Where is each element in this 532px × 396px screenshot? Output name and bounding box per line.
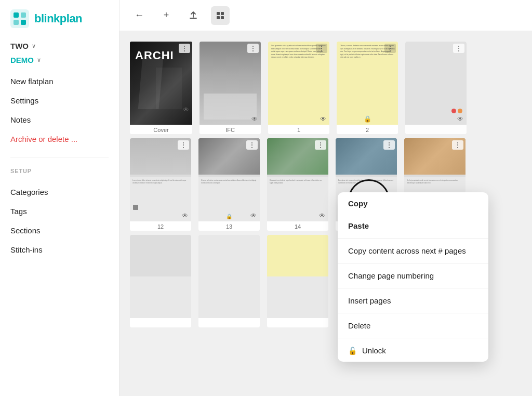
page13-label: 13 (198, 221, 260, 231)
page18-label (198, 318, 260, 327)
sidebar-item-archive[interactable]: Archive or delete ... (0, 129, 119, 149)
sidebar-item-stitch-ins[interactable]: Stitch-ins (0, 240, 119, 259)
context-menu-delete[interactable]: Delete (338, 314, 488, 337)
sidebar-item-settings[interactable]: Settings (0, 91, 119, 110)
page-ifc[interactable]: ⋮ 👁 IFC (200, 42, 261, 134)
workspace-chevron-icon: ∨ (32, 43, 36, 49)
svg-rect-2 (21, 12, 26, 18)
page1-label: 1 (268, 125, 329, 134)
context-menu-copy-across[interactable]: Copy content across next # pages (338, 240, 488, 262)
page1-options-button[interactable]: ⋮ (316, 44, 327, 53)
share-button[interactable] (184, 6, 203, 25)
svg-rect-0 (10, 9, 29, 28)
page12-label: 12 (130, 221, 191, 231)
context-menu-insert-pages[interactable]: Insert pages (338, 289, 488, 312)
context-menu-copy[interactable]: Copy (338, 192, 488, 215)
add-button[interactable]: + (157, 6, 176, 25)
project-selector[interactable]: DEMO ∨ (0, 52, 119, 67)
unlock-icon: 🔓 (348, 347, 357, 355)
page-13[interactable]: Ut enim ad minim veniam quis nostrud exe… (198, 138, 260, 231)
page-17[interactable] (130, 235, 191, 327)
page16-options-button[interactable]: ⋮ (452, 140, 463, 150)
page-1[interactable]: Sed quametu sciss quatis est volorer end… (268, 42, 329, 134)
page-blank1[interactable]: ⋮ 👁 (405, 42, 467, 134)
logo-area: blinkplan (0, 0, 119, 37)
page-cover[interactable]: ARCHI ⋮ 👁 Cover (130, 42, 192, 134)
page12-options-button[interactable]: ⋮ (178, 140, 189, 150)
page-18[interactable] (198, 235, 260, 327)
page14-label: 14 (267, 221, 328, 231)
menu-divider-5 (338, 338, 488, 338)
page14-options-button[interactable]: ⋮ (315, 140, 326, 150)
cover-label: Cover (130, 125, 192, 134)
page2-lock-icon: 🔒 (364, 115, 371, 123)
page13-options-button[interactable]: ⋮ (246, 140, 258, 150)
pages-row-1: ARCHI ⋮ 👁 Cover ⋮ 👁 IFC (130, 42, 522, 134)
workspace-selector[interactable]: TWO ∨ (0, 37, 119, 52)
menu-divider-4 (338, 313, 488, 313)
page13-lock-icon: 🔒 (226, 214, 232, 219)
page17-label (130, 318, 191, 327)
page-14[interactable]: Duis aute irure dolor in reprehenderit i… (267, 138, 328, 231)
menu-divider-2 (338, 263, 488, 263)
ifc-label: IFC (200, 125, 261, 134)
sidebar-item-new-flatplan[interactable]: New flatplan (0, 72, 119, 91)
ifc-options-button[interactable]: ⋮ (247, 44, 259, 53)
pages-area: ARCHI ⋮ 👁 Cover ⋮ 👁 IFC (119, 31, 532, 396)
grid-button[interactable] (211, 6, 230, 25)
sidebar-item-sections[interactable]: Sections (0, 221, 119, 240)
page1-eye-icon: 👁 (320, 115, 326, 123)
grid-icon (216, 11, 225, 20)
svg-rect-3 (14, 20, 19, 25)
main-content: ← + (119, 0, 532, 396)
logo-icon (10, 9, 29, 28)
page12-dot (133, 205, 138, 210)
red-dot-1 (451, 109, 456, 113)
context-menu-paste[interactable]: Paste (338, 215, 488, 237)
context-menu: Copy Paste Copy content across next # pa… (338, 192, 488, 362)
menu-divider-1 (338, 238, 488, 239)
page2-label: 2 (337, 125, 398, 134)
top-bar: ← + (119, 0, 532, 31)
page12-eye-icon: 👁 (182, 212, 188, 219)
nav-menu: New flatplan Settings Notes Archive or d… (0, 67, 119, 154)
ifc-eye-icon: 👁 (251, 115, 258, 123)
red-dots (451, 109, 462, 113)
context-menu-unlock[interactable]: 🔓 Unlock (338, 339, 488, 362)
orange-dot-1 (458, 109, 462, 113)
cover-eye-icon: 👁 (183, 106, 189, 113)
project-chevron-icon: ∨ (37, 57, 41, 63)
sidebar: blinkplan TWO ∨ DEMO ∨ New flatplan Sett… (0, 0, 119, 396)
svg-rect-6 (221, 12, 224, 15)
svg-rect-4 (21, 20, 26, 25)
svg-rect-1 (14, 12, 19, 18)
divider (10, 157, 109, 157)
setup-menu: Categories Tags Sections Stitch-ins (0, 177, 119, 265)
page19-label (267, 318, 328, 327)
page2-options-button[interactable]: ⋮ (384, 44, 396, 53)
workspace-label: TWO (10, 42, 29, 50)
back-button[interactable]: ← (130, 6, 149, 25)
cover-title: ARCHI (135, 49, 174, 62)
page-12[interactable]: Lorem ipsum dolor sit amet consectetur a… (130, 138, 191, 231)
context-menu-change-numbering[interactable]: Change page numbering (338, 265, 488, 287)
menu-divider-3 (338, 288, 488, 288)
sidebar-item-tags[interactable]: Tags (0, 202, 119, 221)
svg-rect-8 (221, 16, 224, 19)
blank1-eye-icon: 👁 (457, 115, 463, 123)
cover-options-button[interactable]: ⋮ (179, 44, 190, 53)
share-icon (189, 11, 198, 20)
blank1-label (405, 125, 467, 134)
page14-eye-icon: 👁 (319, 212, 325, 219)
page13-eye-icon: 👁 (250, 212, 257, 219)
svg-rect-5 (217, 12, 220, 15)
sidebar-item-notes[interactable]: Notes (0, 110, 119, 129)
svg-rect-7 (217, 16, 220, 19)
app-name: blinkplan (34, 12, 82, 25)
blank1-options-button[interactable]: ⋮ (453, 44, 464, 53)
page15-options-button[interactable]: ⋮ (383, 140, 395, 150)
sidebar-item-categories[interactable]: Categories (0, 182, 119, 202)
page-19[interactable] (267, 235, 328, 327)
project-label: DEMO (10, 56, 34, 64)
page-2[interactable]: Olecus, susam, dicitatur non commodit ve… (337, 42, 398, 134)
